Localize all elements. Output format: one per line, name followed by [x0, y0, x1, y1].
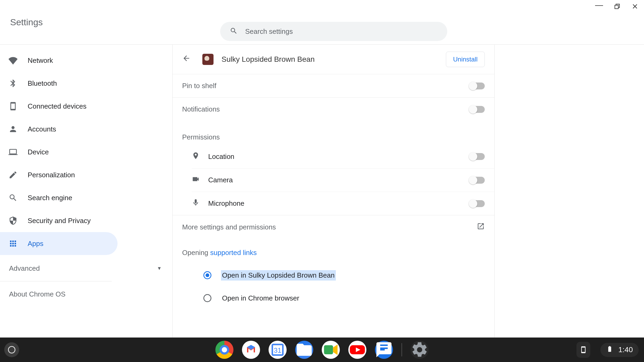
- external-link-icon: [477, 222, 485, 232]
- sidebar-item-label: Connected devices: [28, 102, 86, 110]
- pin-to-shelf-label: Pin to shelf: [182, 82, 216, 90]
- sidebar-divider: [0, 281, 112, 281]
- search-input[interactable]: [245, 27, 447, 36]
- opening-links-label: Opening supported links: [173, 239, 494, 257]
- permission-microphone-row: Microphone: [192, 192, 494, 215]
- back-button[interactable]: [182, 54, 193, 65]
- shelf-app-gmail[interactable]: [242, 341, 260, 359]
- chevron-down-icon: ▼: [157, 266, 162, 271]
- notifications-row: Notifications: [173, 97, 494, 121]
- app-icon: [202, 54, 214, 65]
- status-tray[interactable]: 1:40: [600, 343, 639, 357]
- sidebar-about[interactable]: About Chrome OS: [0, 283, 172, 305]
- svg-rect-3: [324, 345, 333, 354]
- location-icon: [192, 152, 200, 162]
- sidebar-item-label: Device: [28, 148, 49, 156]
- sidebar-item-label: Apps: [28, 240, 43, 248]
- svg-text:31: 31: [274, 347, 281, 354]
- microphone-icon: [192, 199, 200, 208]
- shelf-app-calendar[interactable]: 31: [269, 341, 287, 359]
- sidebar-item-label: Security and Privacy: [28, 217, 91, 225]
- radio-label: Open in Sulky Lopsided Brown Bean: [221, 270, 336, 281]
- sidebar-item-personalization[interactable]: Personalization: [0, 163, 118, 186]
- app-name-title: Sulky Lopsided Brown Bean: [221, 55, 446, 64]
- camera-toggle[interactable]: [469, 177, 485, 184]
- battery-icon: [606, 345, 613, 354]
- notifications-toggle[interactable]: [469, 106, 485, 113]
- shelf-divider: [402, 343, 402, 356]
- supported-links-link[interactable]: supported links: [210, 249, 257, 257]
- permission-label: Location: [208, 153, 234, 161]
- sidebar-item-label: Bluetooth: [28, 79, 57, 88]
- shelf-app-messages[interactable]: [375, 341, 393, 359]
- pin-to-shelf-row: Pin to shelf: [173, 74, 494, 97]
- sidebar-advanced-toggle[interactable]: Advanced ▼: [0, 258, 172, 279]
- status-notifications-button[interactable]: [576, 342, 590, 358]
- radio-open-in-browser[interactable]: [203, 294, 211, 302]
- camera-icon: [192, 175, 200, 185]
- open-in-app-radio-row[interactable]: Open in Sulky Lopsided Brown Bean: [173, 264, 494, 287]
- advanced-label: Advanced: [9, 264, 40, 273]
- sidebar-item-bluetooth[interactable]: Bluetooth: [0, 72, 118, 95]
- sidebar-item-label: Search engine: [28, 194, 72, 202]
- radio-open-in-app[interactable]: [203, 271, 211, 279]
- shelf: 31 1:40: [0, 338, 644, 362]
- sidebar-item-search-engine[interactable]: Search engine: [0, 186, 118, 209]
- pin-to-shelf-toggle[interactable]: [469, 83, 485, 89]
- clock-text: 1:40: [618, 345, 633, 354]
- launcher-button[interactable]: [4, 342, 19, 357]
- sidebar-item-connected-devices[interactable]: Connected devices: [0, 95, 118, 118]
- sidebar-item-label: Accounts: [28, 125, 56, 133]
- permission-label: Camera: [208, 176, 233, 184]
- sidebar-item-security[interactable]: Security and Privacy: [0, 209, 118, 232]
- search-bar[interactable]: [220, 22, 447, 41]
- shelf-app-files[interactable]: [295, 341, 313, 359]
- permission-location-row: Location: [182, 145, 494, 168]
- about-label: About Chrome OS: [9, 290, 65, 298]
- sidebar-item-apps[interactable]: Apps: [0, 232, 118, 255]
- permission-camera-row: Camera: [192, 168, 494, 192]
- microphone-toggle[interactable]: [469, 200, 485, 207]
- shelf-app-youtube[interactable]: [348, 341, 366, 359]
- settings-title: Settings: [10, 17, 43, 27]
- sidebar-item-network[interactable]: Network: [0, 49, 118, 72]
- sidebar-item-label: Network: [28, 56, 53, 65]
- search-icon: [230, 27, 238, 36]
- location-toggle[interactable]: [469, 153, 485, 160]
- shelf-app-meet[interactable]: [322, 341, 340, 359]
- radio-label: Open in Chrome browser: [221, 293, 300, 303]
- settings-header: Settings: [0, 0, 644, 45]
- permission-label: Microphone: [208, 199, 244, 208]
- sidebar-item-accounts[interactable]: Accounts: [0, 118, 118, 141]
- notifications-label: Notifications: [182, 105, 220, 113]
- sidebar-item-device[interactable]: Device: [0, 141, 118, 163]
- sidebar-item-label: Personalization: [28, 171, 75, 179]
- permissions-section-label: Permissions: [173, 121, 494, 145]
- more-settings-row[interactable]: More settings and permissions: [173, 215, 494, 239]
- settings-sidebar: Network Bluetooth Connected devices Acco…: [0, 45, 172, 305]
- shelf-app-chrome[interactable]: [215, 341, 233, 359]
- shelf-app-settings[interactable]: [411, 341, 429, 359]
- app-detail-panel: Sulky Lopsided Brown Bean Uninstall Pin …: [172, 45, 495, 338]
- open-in-browser-radio-row[interactable]: Open in Chrome browser: [173, 287, 494, 310]
- uninstall-button[interactable]: Uninstall: [446, 52, 485, 67]
- more-settings-label: More settings and permissions: [182, 223, 276, 231]
